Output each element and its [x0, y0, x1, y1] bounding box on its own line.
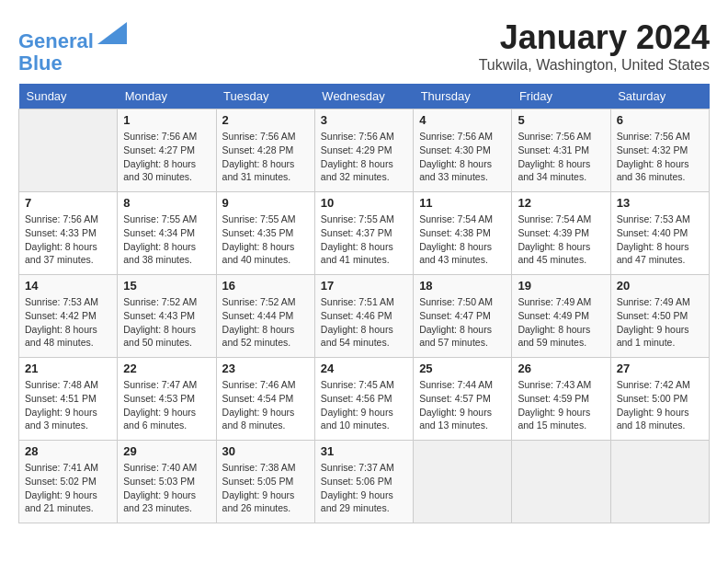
day-info: Sunrise: 7:48 AMSunset: 4:51 PMDaylight:…: [25, 378, 111, 432]
day-number: 23: [222, 362, 309, 375]
day-info: Sunrise: 7:55 AMSunset: 4:34 PMDaylight:…: [123, 213, 210, 267]
logo-blue: Blue: [18, 52, 127, 75]
logo-text: General: [18, 18, 127, 52]
day-info: Sunrise: 7:56 AMSunset: 4:29 PMDaylight:…: [321, 130, 407, 184]
day-number: 2: [222, 113, 309, 127]
calendar-cell: 13Sunrise: 7:53 AMSunset: 4:40 PMDayligh…: [610, 192, 709, 275]
calendar-cell: 8Sunrise: 7:55 AMSunset: 4:34 PMDaylight…: [118, 192, 216, 275]
calendar-cell: 2Sunrise: 7:56 AMSunset: 4:28 PMDaylight…: [216, 109, 314, 192]
day-number: 24: [321, 362, 407, 375]
logo: General Blue: [18, 18, 127, 75]
calendar-cell: 5Sunrise: 7:56 AMSunset: 4:31 PMDaylight…: [512, 109, 610, 192]
weekday-header: Friday: [512, 84, 610, 109]
day-info: Sunrise: 7:42 AMSunset: 5:00 PMDaylight:…: [617, 378, 703, 432]
day-info: Sunrise: 7:45 AMSunset: 4:56 PMDaylight:…: [321, 378, 407, 432]
day-info: Sunrise: 7:51 AMSunset: 4:46 PMDaylight:…: [321, 295, 407, 350]
day-number: 21: [25, 362, 111, 375]
weekday-header: Sunday: [19, 84, 118, 109]
calendar-cell: [512, 441, 610, 523]
weekday-header: Tuesday: [216, 84, 314, 109]
day-number: 30: [222, 444, 309, 458]
day-info: Sunrise: 7:46 AMSunset: 4:54 PMDaylight:…: [222, 378, 309, 432]
calendar-cell: 29Sunrise: 7:40 AMSunset: 5:03 PMDayligh…: [118, 441, 216, 523]
day-info: Sunrise: 7:55 AMSunset: 4:37 PMDaylight:…: [321, 213, 407, 267]
calendar-cell: 27Sunrise: 7:42 AMSunset: 5:00 PMDayligh…: [610, 358, 709, 441]
day-number: 10: [321, 196, 407, 210]
day-number: 31: [321, 444, 407, 458]
day-info: Sunrise: 7:44 AMSunset: 4:57 PMDaylight:…: [419, 378, 506, 432]
day-number: 11: [419, 196, 506, 210]
calendar-body: 1Sunrise: 7:56 AMSunset: 4:27 PMDaylight…: [19, 109, 710, 523]
day-info: Sunrise: 7:47 AMSunset: 4:53 PMDaylight:…: [123, 378, 210, 432]
day-number: 4: [419, 113, 506, 127]
calendar-cell: 28Sunrise: 7:41 AMSunset: 5:02 PMDayligh…: [19, 441, 118, 523]
calendar-week-row: 28Sunrise: 7:41 AMSunset: 5:02 PMDayligh…: [19, 441, 710, 523]
weekday-header: Wednesday: [314, 84, 413, 109]
calendar-cell: 1Sunrise: 7:56 AMSunset: 4:27 PMDaylight…: [118, 109, 216, 192]
day-info: Sunrise: 7:55 AMSunset: 4:35 PMDaylight:…: [222, 213, 309, 267]
day-number: 6: [617, 113, 703, 127]
calendar-cell: 20Sunrise: 7:49 AMSunset: 4:50 PMDayligh…: [610, 275, 709, 358]
svg-marker-0: [97, 22, 127, 44]
calendar-cell: [610, 441, 709, 523]
day-number: 19: [518, 279, 604, 293]
calendar-cell: 12Sunrise: 7:54 AMSunset: 4:39 PMDayligh…: [512, 192, 610, 275]
day-info: Sunrise: 7:43 AMSunset: 4:59 PMDaylight:…: [518, 378, 604, 432]
day-number: 22: [123, 362, 210, 375]
weekday-header: Thursday: [414, 84, 512, 109]
calendar-week-row: 1Sunrise: 7:56 AMSunset: 4:27 PMDaylight…: [19, 109, 710, 192]
logo-icon: [97, 18, 127, 48]
day-info: Sunrise: 7:53 AMSunset: 4:42 PMDaylight:…: [25, 295, 111, 350]
day-number: 28: [25, 444, 111, 458]
calendar-cell: 11Sunrise: 7:54 AMSunset: 4:38 PMDayligh…: [414, 192, 512, 275]
day-info: Sunrise: 7:56 AMSunset: 4:32 PMDaylight:…: [617, 130, 703, 184]
day-info: Sunrise: 7:40 AMSunset: 5:03 PMDaylight:…: [123, 461, 210, 515]
day-number: 7: [25, 196, 111, 210]
calendar-cell: 26Sunrise: 7:43 AMSunset: 4:59 PMDayligh…: [512, 358, 610, 441]
day-number: 25: [419, 362, 506, 375]
calendar-cell: 31Sunrise: 7:37 AMSunset: 5:06 PMDayligh…: [314, 441, 413, 523]
day-number: 13: [617, 196, 703, 210]
day-info: Sunrise: 7:56 AMSunset: 4:30 PMDaylight:…: [419, 130, 506, 184]
weekday-header: Monday: [118, 84, 216, 109]
calendar-cell: 23Sunrise: 7:46 AMSunset: 4:54 PMDayligh…: [216, 358, 314, 441]
location: Tukwila, Washington, United States: [479, 57, 710, 74]
day-info: Sunrise: 7:37 AMSunset: 5:06 PMDaylight:…: [321, 461, 407, 515]
calendar-cell: 15Sunrise: 7:52 AMSunset: 4:43 PMDayligh…: [118, 275, 216, 358]
day-info: Sunrise: 7:41 AMSunset: 5:02 PMDaylight:…: [25, 461, 111, 515]
day-number: 20: [617, 279, 703, 293]
calendar-cell: 4Sunrise: 7:56 AMSunset: 4:30 PMDaylight…: [414, 109, 512, 192]
day-number: 29: [123, 444, 210, 458]
day-info: Sunrise: 7:54 AMSunset: 4:38 PMDaylight:…: [419, 213, 506, 267]
day-number: 12: [518, 196, 604, 210]
month-title: January 2024: [479, 18, 710, 57]
header: General Blue January 2024 Tukwila, Washi…: [18, 18, 710, 75]
weekday-header: Saturday: [610, 84, 709, 109]
day-number: 26: [518, 362, 604, 375]
day-number: 8: [123, 196, 210, 210]
day-number: 15: [123, 279, 210, 293]
day-number: 5: [518, 113, 604, 127]
day-info: Sunrise: 7:49 AMSunset: 4:50 PMDaylight:…: [617, 295, 703, 350]
day-info: Sunrise: 7:56 AMSunset: 4:28 PMDaylight:…: [222, 130, 309, 184]
day-info: Sunrise: 7:50 AMSunset: 4:47 PMDaylight:…: [419, 295, 506, 350]
day-number: 9: [222, 196, 309, 210]
calendar-cell: 22Sunrise: 7:47 AMSunset: 4:53 PMDayligh…: [118, 358, 216, 441]
day-number: 18: [419, 279, 506, 293]
day-info: Sunrise: 7:52 AMSunset: 4:44 PMDaylight:…: [222, 295, 309, 350]
calendar-cell: 16Sunrise: 7:52 AMSunset: 4:44 PMDayligh…: [216, 275, 314, 358]
calendar-cell: [414, 441, 512, 523]
calendar-cell: 7Sunrise: 7:56 AMSunset: 4:33 PMDaylight…: [19, 192, 118, 275]
day-info: Sunrise: 7:56 AMSunset: 4:31 PMDaylight:…: [518, 130, 604, 184]
logo-general: General: [18, 29, 94, 52]
day-info: Sunrise: 7:49 AMSunset: 4:49 PMDaylight:…: [518, 295, 604, 350]
calendar-week-row: 14Sunrise: 7:53 AMSunset: 4:42 PMDayligh…: [19, 275, 710, 358]
day-info: Sunrise: 7:38 AMSunset: 5:05 PMDaylight:…: [222, 461, 309, 515]
day-number: 14: [25, 279, 111, 293]
day-number: 3: [321, 113, 407, 127]
calendar-cell: 30Sunrise: 7:38 AMSunset: 5:05 PMDayligh…: [216, 441, 314, 523]
calendar-header: SundayMondayTuesdayWednesdayThursdayFrid…: [19, 84, 710, 109]
calendar-cell: 21Sunrise: 7:48 AMSunset: 4:51 PMDayligh…: [19, 358, 118, 441]
calendar-cell: [19, 109, 118, 192]
calendar-cell: 19Sunrise: 7:49 AMSunset: 4:49 PMDayligh…: [512, 275, 610, 358]
